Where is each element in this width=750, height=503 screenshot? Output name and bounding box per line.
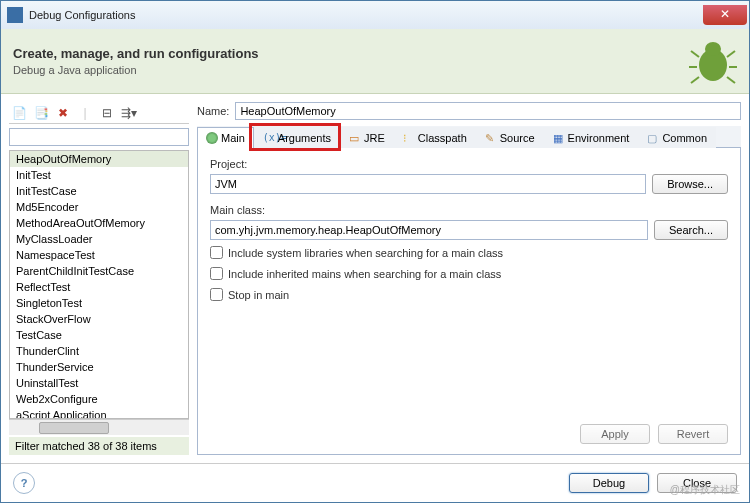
header-title: Create, manage, and run configurations [13,46,689,61]
svg-line-3 [727,51,735,57]
search-button[interactable]: Search... [654,220,728,240]
name-label: Name: [197,105,229,117]
project-input[interactable] [210,174,646,194]
name-input[interactable] [235,102,741,120]
tree-item[interactable]: TestCase [10,327,188,343]
tree-item[interactable]: MethodAreaOutOfMemory [10,215,188,231]
source-icon: ✎ [485,132,497,144]
tab-environment[interactable]: ▦Environment [544,127,639,148]
window-close-button[interactable]: ✕ [703,5,747,25]
tab-content-main: Project: Browse... Main class: Search...… [197,148,741,455]
left-toolbar: 📄 📑 ✖ | ⊟ ⇶▾ [9,102,189,124]
common-icon: ▢ [647,132,659,144]
filter-input[interactable] [9,128,189,146]
app-icon [7,7,23,23]
body: 📄 📑 ✖ | ⊟ ⇶▾ HeapOutOfMemoryInitTestInit… [1,94,749,463]
tree-item[interactable]: MyClassLoader [10,231,188,247]
new-config-icon[interactable]: 📄 [11,105,27,121]
debug-button[interactable]: Debug [569,473,649,493]
tree-item[interactable]: SingletonTest [10,295,188,311]
include-inherited-label: Include inherited mains when searching f… [228,268,501,280]
tree-item[interactable]: StackOverFlow [10,311,188,327]
include-syslib-checkbox[interactable] [210,246,223,259]
tree-item[interactable]: aScript Application [10,407,188,419]
arguments-icon: (x)= [263,132,275,144]
svg-line-7 [727,77,735,83]
bug-icon [689,37,737,85]
tree-item[interactable]: ReflectTest [10,279,188,295]
tree-item[interactable]: UninstallTest [10,375,188,391]
stop-in-main-label: Stop in main [228,289,289,301]
left-panel: 📄 📑 ✖ | ⊟ ⇶▾ HeapOutOfMemoryInitTestInit… [9,102,189,455]
tab-common[interactable]: ▢Common [638,127,716,148]
browse-button[interactable]: Browse... [652,174,728,194]
tree-item[interactable]: NamespaceTest [10,247,188,263]
environment-icon: ▦ [553,132,565,144]
horizontal-scrollbar[interactable] [9,419,189,435]
header: Create, manage, and run configurations D… [1,29,749,94]
tab-jre[interactable]: ▭JRE [340,127,394,148]
tree-item[interactable]: InitTestCase [10,183,188,199]
main-icon [206,132,218,144]
project-label: Project: [210,158,728,170]
tree-item[interactable]: Md5Encoder [10,199,188,215]
tab-source[interactable]: ✎Source [476,127,544,148]
filter-status: Filter matched 38 of 38 items [9,437,189,455]
help-icon[interactable]: ? [13,472,35,494]
stop-in-main-checkbox[interactable] [210,288,223,301]
tree-item[interactable]: ThunderService [10,359,188,375]
header-subtitle: Debug a Java application [13,64,689,76]
footer: ? Debug Close [1,463,749,502]
jre-icon: ▭ [349,132,361,144]
tab-classpath[interactable]: ⁝Classpath [394,127,476,148]
include-inherited-checkbox[interactable] [210,267,223,280]
svg-point-1 [705,42,721,56]
config-tree[interactable]: HeapOutOfMemoryInitTestInitTestCaseMd5En… [9,150,189,419]
filter-menu-icon[interactable]: ⇶▾ [121,105,137,121]
right-panel: Name: Main (x)=Arguments ▭JRE ⁝Classpath… [197,102,741,455]
revert-button[interactable]: Revert [658,424,728,444]
delete-config-icon[interactable]: ✖ [55,105,71,121]
classpath-icon: ⁝ [403,132,415,144]
tree-item[interactable]: InitTest [10,167,188,183]
tree-item[interactable]: Web2xConfigure [10,391,188,407]
mainclass-label: Main class: [210,204,728,216]
svg-line-2 [691,51,699,57]
close-button[interactable]: Close [657,473,737,493]
dialog-window: Debug Configurations ✕ Create, manage, a… [0,0,750,503]
tab-arguments[interactable]: (x)=Arguments [254,127,340,148]
tab-bar: Main (x)=Arguments ▭JRE ⁝Classpath ✎Sour… [197,126,741,148]
mainclass-input[interactable] [210,220,648,240]
tree-item[interactable]: ThunderClint [10,343,188,359]
apply-button[interactable]: Apply [580,424,650,444]
tab-main[interactable]: Main [197,127,254,148]
window-title: Debug Configurations [29,9,703,21]
collapse-all-icon[interactable]: ⊟ [99,105,115,121]
tree-item[interactable]: HeapOutOfMemory [10,151,188,167]
duplicate-config-icon[interactable]: 📑 [33,105,49,121]
tree-item[interactable]: ParentChildInitTestCase [10,263,188,279]
titlebar: Debug Configurations ✕ [1,1,749,29]
svg-line-6 [691,77,699,83]
include-syslib-label: Include system libraries when searching … [228,247,503,259]
